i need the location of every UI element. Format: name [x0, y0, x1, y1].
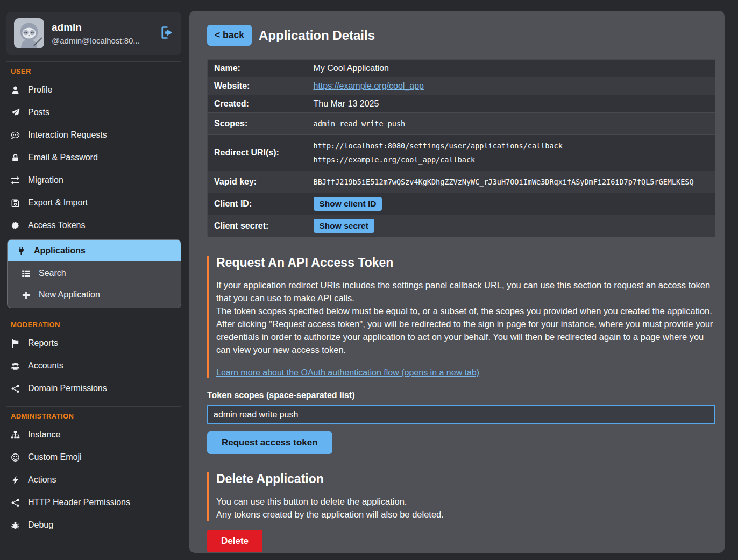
- delete-section-heading: Delete Application: [216, 472, 715, 486]
- token-section-paragraph: The token scopes specified below must be…: [216, 304, 715, 317]
- sidebar-item-label: HTTP Header Permissions: [28, 498, 130, 507]
- sidebar-item-migration[interactable]: Migration: [0, 169, 189, 192]
- comment-dots-icon: [11, 131, 20, 140]
- bolt-icon: [11, 476, 20, 485]
- detail-row-client-secret: Client secret:Show secret: [208, 215, 715, 237]
- detail-row-scopes: Scopes:admin read write push: [208, 113, 715, 135]
- sidebar-item-domain-permissions[interactable]: Domain Permissions: [0, 377, 189, 400]
- user-meta: admin @admin@localhost:80...: [52, 22, 140, 45]
- sidebar-item-email-password[interactable]: Email & Password: [0, 146, 189, 169]
- sidebar-item-label: Search: [39, 268, 66, 278]
- user-icon: [11, 86, 20, 95]
- plug-icon: [17, 246, 26, 256]
- page-title: Application Details: [259, 28, 375, 43]
- detail-mono-value: http://localhost:8080/settings/user/appl…: [314, 139, 709, 153]
- sidebar-item-instance[interactable]: Instance: [0, 423, 189, 446]
- user-handle: @admin@localhost:80...: [52, 36, 140, 45]
- sidebar-item-label: Actions: [28, 475, 56, 485]
- oauth-docs-link[interactable]: Learn more about the OAuth authenticatio…: [216, 368, 479, 378]
- sidebar-group-applications: ApplicationsSearchNew Application: [7, 239, 181, 308]
- users-icon: [11, 361, 20, 371]
- delete-button[interactable]: Delete: [207, 530, 262, 552]
- sidebar-submenu: SearchNew Application: [8, 261, 181, 308]
- user-card[interactable]: admin @admin@localhost:80...: [6, 12, 181, 55]
- sidebar-item-label: Access Tokens: [28, 221, 85, 230]
- detail-label: Website:: [208, 77, 307, 95]
- detail-mono-value: https://example.org/cool_app/callback: [314, 153, 709, 167]
- flag-icon: [11, 339, 20, 348]
- sidebar-item-interaction-requests[interactable]: Interaction Requests: [0, 124, 189, 146]
- certificate-icon: [11, 221, 20, 230]
- sidebar-item-custom-emoji[interactable]: Custom Emoji: [0, 446, 189, 469]
- user-name: admin: [52, 22, 140, 33]
- sidebar-item-label: Profile: [28, 85, 52, 95]
- detail-row-redirect-uri-s: Redirect URI(s):http://localhost:8080/se…: [208, 135, 715, 171]
- detail-value: http://localhost:8080/settings/user/appl…: [307, 135, 715, 171]
- smile-icon: [11, 453, 20, 462]
- token-section: Request An API Access Token If your appl…: [207, 256, 715, 454]
- exchange-icon: [11, 176, 20, 185]
- detail-row-website: Website:https://example.org/cool_app: [208, 77, 715, 95]
- website-link[interactable]: https://example.org/cool_app: [314, 81, 424, 90]
- sidebar-item-label: Reports: [28, 338, 58, 348]
- sidebar-item-new-application[interactable]: New Application: [8, 284, 181, 306]
- detail-row-name: Name:My Cool Application: [208, 60, 715, 77]
- share-nodes-icon: [11, 384, 20, 393]
- sloth-avatar-image: [14, 18, 44, 48]
- detail-row-vapid-key: Vapid key:BBJffJ219b5iE512m7wQSzv4KgKDhg…: [208, 171, 715, 193]
- delete-section-body: Delete Application You can use this butt…: [207, 472, 715, 521]
- sidebar-item-search[interactable]: Search: [8, 263, 181, 284]
- sidebar-item-label: Posts: [28, 108, 49, 117]
- sidebar-item-posts[interactable]: Posts: [0, 101, 189, 124]
- page-header: < back Application Details: [207, 25, 715, 46]
- back-button[interactable]: < back: [207, 25, 252, 46]
- logout-button[interactable]: [160, 26, 174, 41]
- sidebar-divider: [6, 61, 181, 62]
- sidebar-item-label: New Application: [39, 290, 100, 300]
- floppy-icon: [11, 199, 20, 208]
- detail-value: Show secret: [307, 215, 715, 237]
- sitemap-icon: [11, 430, 20, 440]
- sidebar-item-label: Domain Permissions: [28, 384, 107, 393]
- sidebar-item-label: Debug: [28, 520, 53, 530]
- detail-value: My Cool Application: [307, 60, 715, 77]
- sidebar-section-label-moderation: MODERATION: [11, 321, 189, 329]
- sidebar-item-applications[interactable]: Applications: [8, 240, 181, 261]
- sidebar-section-label-user: USER: [11, 67, 189, 75]
- paper-plane-icon: [11, 108, 20, 117]
- main-panel: < back Application Details Name:My Cool …: [189, 11, 725, 553]
- sidebar-item-actions[interactable]: Actions: [0, 469, 189, 491]
- sidebar-item-debug[interactable]: Debug: [0, 514, 189, 536]
- sidebar-item-label: Email & Password: [28, 153, 98, 162]
- detail-value: Show client ID: [307, 193, 715, 215]
- sidebar-item-http-header-permissions[interactable]: HTTP Header Permissions: [0, 491, 189, 514]
- list-icon: [22, 269, 31, 278]
- sidebar-item-export-import[interactable]: Export & Import: [0, 192, 189, 214]
- sidebar-item-label: Accounts: [28, 361, 63, 371]
- sidebar: admin @admin@localhost:80... USERProfile…: [0, 0, 189, 560]
- token-scopes-input[interactable]: [207, 405, 715, 424]
- avatar: [14, 18, 44, 48]
- sidebar-divider: [6, 406, 181, 407]
- detail-value: admin read write push: [307, 113, 715, 135]
- detail-label: Redirect URI(s):: [208, 135, 307, 171]
- show-secret-button[interactable]: Show secret: [314, 219, 374, 233]
- sign-out-icon: [160, 26, 174, 39]
- sidebar-item-label: Migration: [28, 175, 63, 185]
- user-lock-icon: [11, 153, 20, 162]
- sidebar-item-profile[interactable]: Profile: [0, 79, 189, 101]
- detail-label: Created:: [208, 95, 307, 113]
- sidebar-item-accounts[interactable]: Accounts: [0, 355, 189, 377]
- detail-mono-value: BBJffJ219b5iE512m7wQSzv4KgKDhgZZVzNyWC_r…: [314, 178, 694, 186]
- sidebar-nav: USERProfilePostsInteraction RequestsEmai…: [0, 61, 189, 536]
- request-access-token-button[interactable]: Request access token: [207, 431, 332, 454]
- sidebar-item-access-tokens[interactable]: Access Tokens: [0, 214, 189, 237]
- sidebar-item-reports[interactable]: Reports: [0, 332, 189, 355]
- detail-row-client-id: Client ID:Show client ID: [208, 193, 715, 215]
- detail-value: BBJffJ219b5iE512m7wQSzv4KgKDhgZZVzNyWC_r…: [307, 171, 715, 193]
- sidebar-item-label: Export & Import: [28, 198, 88, 208]
- show-client-id-button[interactable]: Show client ID: [314, 197, 382, 211]
- plus-icon: [22, 290, 31, 300]
- sidebar-item-label: Interaction Requests: [28, 130, 107, 140]
- detail-mono-value: admin read write push: [314, 119, 406, 128]
